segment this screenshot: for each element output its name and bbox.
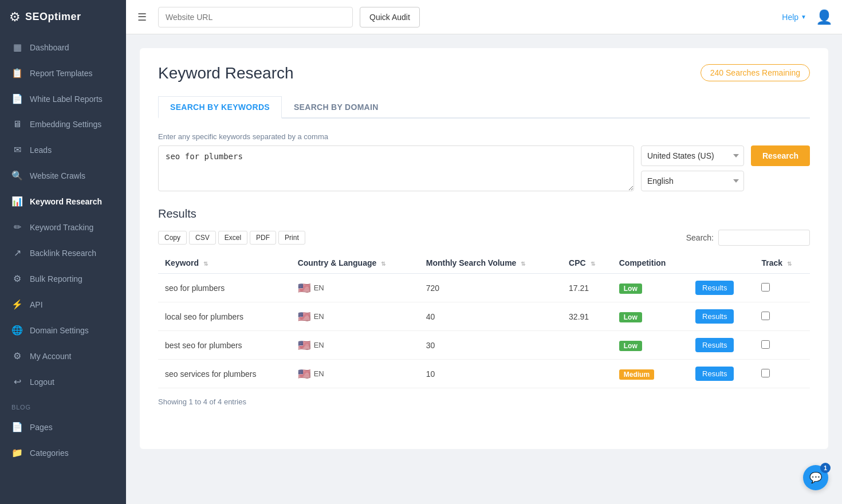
embedding-icon: 🖥 [11, 119, 23, 129]
flag-icon: 🇺🇸 [298, 310, 310, 323]
cell-competition: Low [612, 274, 688, 302]
sidebar-item-embedding-settings[interactable]: 🖥 Embedding Settings [0, 112, 126, 137]
chat-bubble[interactable]: 1 💬 [803, 465, 828, 490]
backlink-icon: ↗ [11, 247, 23, 258]
cell-country-lang: 🇺🇸 EN [291, 360, 419, 388]
keyword-textarea[interactable]: seo for plumbers [158, 145, 634, 191]
cell-msv: 30 [419, 331, 562, 360]
track-checkbox[interactable] [761, 312, 770, 320]
quick-audit-button[interactable]: Quick Audit [360, 7, 420, 27]
country-select[interactable]: United States (US) United Kingdom (UK) A… [641, 145, 744, 166]
sidebar-item-pages[interactable]: 📄 Pages [0, 414, 126, 440]
searches-remaining-badge: 240 Searches Remaining [701, 64, 810, 81]
my-account-icon: ⚙ [11, 351, 23, 361]
sidebar-item-dashboard[interactable]: ▦ Dashboard [0, 34, 126, 60]
sidebar-item-label: Pages [30, 423, 53, 432]
categories-icon: 📁 [11, 447, 23, 458]
sidebar-item-domain-settings[interactable]: 🌐 Domain Settings [0, 317, 126, 343]
col-keyword: Keyword ⇅ [158, 253, 291, 274]
sidebar-item-leads[interactable]: ✉ Leads [0, 137, 126, 163]
sidebar-item-keyword-tracking[interactable]: ✏ Keyword Tracking [0, 214, 126, 240]
cell-keyword: seo for plumbers [158, 274, 291, 302]
sidebar-item-white-label-reports[interactable]: 📄 White Label Reports [0, 86, 126, 112]
excel-button[interactable]: Excel [218, 231, 247, 245]
cell-track [754, 360, 810, 388]
sidebar-item-report-templates[interactable]: 📋 Report Templates [0, 60, 126, 86]
topnav-right: Help ▼ 👤 [782, 9, 833, 25]
sidebar-item-label: Logout [30, 377, 54, 387]
results-table: Keyword ⇅ Country & Language ⇅ Monthly S… [158, 253, 810, 388]
sidebar-item-label: Embedding Settings [30, 120, 101, 129]
cell-competition: Medium [612, 360, 688, 388]
results-button[interactable]: Results [695, 338, 734, 352]
csv-button[interactable]: CSV [189, 231, 216, 245]
table-row: seo for plumbers 🇺🇸 EN 720 17.21 Low Res… [158, 274, 810, 302]
help-label: Help [782, 13, 798, 22]
sidebar-item-label: White Label Reports [30, 94, 103, 104]
pdf-button[interactable]: PDF [250, 231, 276, 245]
content-card: Keyword Research 240 Searches Remaining … [140, 48, 828, 449]
results-button[interactable]: Results [695, 281, 734, 295]
track-checkbox[interactable] [761, 340, 770, 349]
sort-track-icon[interactable]: ⇅ [787, 261, 792, 267]
tab-search-by-keywords[interactable]: SEARCH BY KEYWORDS [158, 96, 282, 119]
cell-keyword: seo services for plumbers [158, 360, 291, 388]
sidebar-item-api[interactable]: ⚡ API [0, 292, 126, 317]
col-track: Track ⇅ [754, 253, 810, 274]
report-templates-icon: 📋 [11, 68, 23, 78]
lang-code: EN [314, 284, 324, 292]
results-button[interactable]: Results [695, 309, 734, 324]
competition-badge: Low [619, 312, 642, 322]
results-toolbar: Copy CSV Excel PDF Print Search: [158, 230, 810, 246]
cell-cpc [562, 360, 612, 388]
api-icon: ⚡ [11, 299, 23, 310]
user-icon[interactable]: 👤 [816, 9, 833, 25]
sidebar-item-categories[interactable]: 📁 Categories [0, 440, 126, 466]
table-search-input[interactable] [718, 230, 810, 246]
lang-code: EN [314, 369, 324, 378]
cell-msv: 720 [419, 274, 562, 302]
logo-text: SEOptimer [25, 11, 81, 23]
sort-country-icon[interactable]: ⇅ [381, 261, 385, 267]
col-results [688, 253, 754, 274]
col-competition: Competition [612, 253, 688, 274]
sort-keyword-icon[interactable]: ⇅ [203, 261, 208, 267]
cell-results-btn: Results [688, 302, 754, 331]
cell-track [754, 302, 810, 331]
sidebar-item-label: Bulk Reporting [30, 274, 82, 284]
table-row: local seo for plumbers 🇺🇸 EN 40 32.91 Lo… [158, 302, 810, 331]
chat-icon: 💬 [809, 471, 822, 484]
sort-cpc-icon[interactable]: ⇅ [591, 261, 595, 267]
search-controls: United States (US) United Kingdom (UK) A… [641, 145, 744, 191]
main-content: Keyword Research 240 Searches Remaining … [126, 34, 842, 504]
tab-search-by-domain[interactable]: SEARCH BY DOMAIN [282, 96, 391, 117]
track-checkbox[interactable] [761, 369, 770, 377]
track-checkbox[interactable] [761, 283, 770, 292]
sidebar-item-website-crawls[interactable]: 🔍 Website Crawls [0, 163, 126, 188]
logo[interactable]: ⚙ SEOptimer [0, 0, 126, 34]
table-search-row: Search: [686, 230, 810, 246]
sidebar-item-label: Keyword Tracking [30, 223, 93, 232]
sidebar-item-bulk-reporting[interactable]: ⚙ Bulk Reporting [0, 266, 126, 292]
sidebar-item-backlink-research[interactable]: ↗ Backlink Research [0, 240, 126, 266]
help-menu[interactable]: Help ▼ [782, 13, 806, 22]
cell-keyword: local seo for plumbers [158, 302, 291, 331]
sort-msv-icon[interactable]: ⇅ [521, 261, 525, 267]
chat-badge: 1 [820, 463, 831, 473]
sidebar-item-label: Website Crawls [30, 171, 85, 180]
print-button[interactable]: Print [278, 231, 305, 245]
language-select[interactable]: English Spanish French [641, 171, 744, 191]
sidebar-item-label: Categories [30, 448, 69, 458]
sidebar-item-my-account[interactable]: ⚙ My Account [0, 343, 126, 369]
hamburger-menu[interactable]: ☰ [133, 9, 151, 26]
bulk-reporting-icon: ⚙ [11, 273, 23, 284]
showing-text: Showing 1 to 4 of 4 entries [158, 397, 810, 406]
tabs: SEARCH BY KEYWORDS SEARCH BY DOMAIN [158, 96, 810, 119]
website-url-input[interactable] [158, 7, 353, 27]
research-button[interactable]: Research [751, 145, 810, 166]
sidebar-item-logout[interactable]: ↩ Logout [0, 369, 126, 395]
cell-country-lang: 🇺🇸 EN [291, 331, 419, 360]
copy-button[interactable]: Copy [158, 231, 187, 245]
results-button[interactable]: Results [695, 367, 734, 381]
sidebar-item-keyword-research[interactable]: 📊 Keyword Research [0, 188, 126, 214]
